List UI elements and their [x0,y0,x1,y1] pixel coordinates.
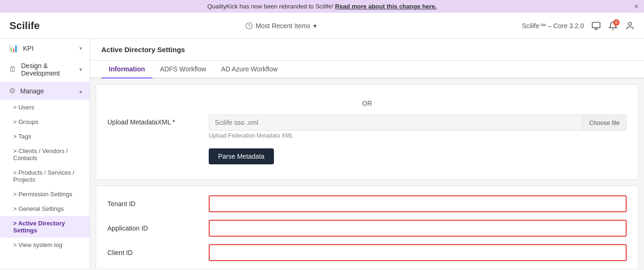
manage-icon: ⚙ [9,86,15,95]
content-area: Active Directory Settings Information AD… [90,39,644,269]
kpi-icon: 📊 [9,44,18,53]
sidebar-label-view-system-log: > View system log [13,241,62,248]
client-id-label: Client ID [107,249,201,256]
parse-metadata-button[interactable]: Parse Metadata [209,148,274,164]
announcement-text: QualityKick has now been rebranded to Sc… [207,3,335,10]
sidebar-item-kpi[interactable]: 📊 KPI ▾ [0,39,90,57]
tenant-id-input[interactable] [209,195,627,212]
announcement-link[interactable]: Read more about this change here. [335,3,437,10]
file-input-row: Choose file [209,115,627,131]
chevron-right-icon-2: ▾ [79,66,82,73]
svg-point-4 [629,22,632,25]
sidebar-label-groups: > Groups [13,118,38,125]
svg-rect-1 [592,22,600,28]
form-area: OR Upload MetadataXML * Choose file Uplo… [96,84,638,180]
file-input-text[interactable] [209,115,582,130]
sidebar-item-view-system-log[interactable]: > View system log [0,238,90,252]
parse-btn-wrap: Parse Metadata [209,148,627,164]
sidebar-item-permission[interactable]: > Permission Settings [0,187,90,201]
screens-button[interactable] [591,21,601,31]
notification-badge: 0 [613,19,620,26]
sidebar-item-clients[interactable]: > Clients / Vendors / Contacts [0,144,90,165]
tenant-id-row: Tenant ID [107,195,627,212]
tenant-section: Tenant ID Application ID Client ID [96,185,638,269]
user-profile-button[interactable] [625,21,635,31]
top-bar-right: Scilife™ – Core 3.2.0 0 [522,21,635,31]
design-dev-icon: 🗓 [9,65,16,74]
user-icon [625,21,635,31]
sidebar-item-general[interactable]: > General Settings [0,201,90,216]
sidebar-item-groups[interactable]: > Groups [0,115,90,129]
file-hint: Upload Federation Metadata XML [209,132,627,139]
sidebar-label-users: > Users [13,104,34,111]
sidebar-item-manage[interactable]: ⚙ Manage ▴ [0,82,90,100]
upload-label: Upload MetadataXML * [107,115,201,126]
page-header: Active Directory Settings [90,39,644,61]
chevron-right-icon: ▾ [79,45,82,52]
sidebar-label-active-directory: > Active Directory Settings [13,220,65,234]
client-id-input[interactable] [209,244,627,261]
sidebar-label-products: > Products / Services / Projects [13,169,74,183]
tab-adfs-workflow[interactable]: ADFS Workflow [152,61,214,78]
sidebar-label-design-dev: Design & Development [21,62,79,77]
sidebar-label-kpi: KPI [23,45,34,52]
screens-icon [591,21,601,31]
sidebar: 📊 KPI ▾ 🗓 Design & Development ▾ ⚙ Manag… [0,39,90,269]
clock-icon [245,22,253,30]
sidebar-item-active-directory[interactable]: > Active Directory Settings [0,216,90,238]
sidebar-item-users[interactable]: > Users [0,100,90,115]
page-title: Active Directory Settings [101,46,633,54]
chevron-down-icon: ▾ [313,22,317,30]
announcement-bar: QualityKick has now been rebranded to Sc… [0,0,644,13]
sidebar-item-tags[interactable]: > Tags [0,129,90,144]
choose-file-button[interactable]: Choose file [582,115,626,130]
recent-items-label: Most Recent Items [256,22,311,30]
tab-ad-azure-workflow[interactable]: AD Azure Workflow [214,61,285,78]
sidebar-label-general: > General Settings [13,205,64,212]
recent-items-menu[interactable]: Most Recent Items ▾ [245,22,317,30]
sidebar-label-tags: > Tags [13,133,31,140]
tab-information[interactable]: Information [101,61,152,78]
upload-xml-row: Upload MetadataXML * Choose file Upload … [107,115,627,139]
sidebar-label-permission: > Permission Settings [13,191,72,198]
chevron-up-icon: ▴ [79,88,82,94]
application-id-input[interactable] [209,220,627,237]
application-id-label: Application ID [107,224,201,232]
client-id-row: Client ID [107,244,627,261]
sidebar-label-clients: > Clients / Vendors / Contacts [13,147,68,162]
sidebar-item-products[interactable]: > Products / Services / Projects [0,165,90,187]
or-divider: OR [107,96,627,115]
tenant-id-label: Tenant ID [107,200,201,208]
notifications-button[interactable]: 0 [608,21,618,31]
top-bar: Scilife Most Recent Items ▾ Scilife™ – C… [0,13,644,39]
logo: Scilife [9,20,40,32]
sidebar-label-manage: Manage [20,87,44,95]
application-id-row: Application ID [107,220,627,237]
sidebar-item-design-dev[interactable]: 🗓 Design & Development ▾ [0,57,90,82]
version-label: Scilife™ – Core 3.2.0 [522,22,584,30]
tabs-bar: Information ADFS Workflow AD Azure Workf… [90,61,644,78]
upload-control-wrap: Choose file Upload Federation Metadata X… [209,115,627,139]
close-announcement-button[interactable]: × [634,2,638,11]
